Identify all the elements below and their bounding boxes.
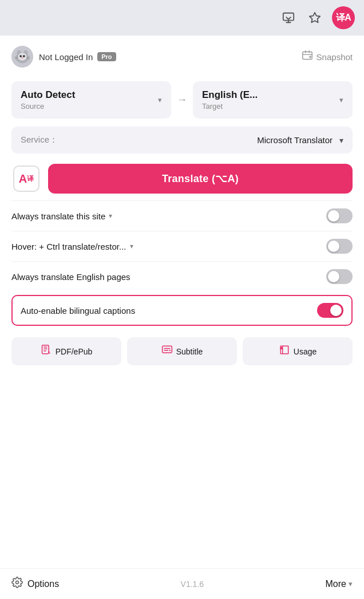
bilingual-captions-toggle[interactable] (317, 303, 343, 318)
toggle-thumb-3 (328, 271, 339, 282)
source-language-name: Auto Detect (21, 89, 75, 101)
svg-point-9 (23, 55, 25, 57)
service-name: Microsoft Translator (257, 135, 333, 145)
bilingual-captions-row: Auto-enable bilingual captions (11, 295, 353, 326)
pdf-epub-icon: A (41, 344, 52, 358)
subtitle-icon (161, 344, 173, 358)
translate-row: A译 Translate (⌥A) (0, 159, 364, 200)
toggle-section: Always translate this site ▾ Hover: + Ct… (0, 200, 364, 291)
toggle-thumb-1 (328, 210, 339, 222)
subtitle-label: Subtitle (176, 347, 203, 356)
svg-point-7 (18, 53, 26, 60)
pdf-epub-label: PDF/ePub (56, 347, 93, 356)
target-language-name: English (E... (202, 89, 258, 101)
user-text: Not Logged In Pro (39, 52, 116, 62)
svg-text:A: A (48, 350, 50, 354)
target-chevron-icon: ▾ (339, 96, 343, 104)
options-button[interactable]: Options (11, 577, 59, 591)
language-selector-row: Auto Detect Source ▾ → English (E... Tar… (0, 76, 364, 124)
svg-rect-17 (302, 52, 311, 59)
not-logged-in-label: Not Logged In (39, 52, 93, 62)
svg-rect-31 (280, 347, 282, 349)
hover-translate-chevron-icon: ▾ (130, 242, 133, 250)
more-chevron-icon: ▾ (349, 580, 353, 588)
hover-translate-label: Hover: + Ctrl translate/restor... ▾ (11, 242, 133, 251)
translate-icon-box: A译 (13, 165, 39, 192)
pdf-epub-inner: A PDF/ePub (41, 344, 93, 358)
pdf-epub-button[interactable]: A PDF/ePub (11, 337, 121, 365)
service-label: Service： (21, 135, 58, 145)
toggle-track-3[interactable] (326, 269, 353, 284)
source-chevron-icon: ▾ (158, 96, 162, 104)
source-language-button[interactable]: Auto Detect Source ▾ (11, 81, 171, 119)
version-label: V1.1.6 (181, 580, 204, 589)
arrow-right-icon: → (177, 94, 187, 106)
usage-inner: Usage (279, 344, 316, 358)
svg-point-8 (19, 55, 22, 57)
snapshot-label: Snapshot (316, 52, 353, 62)
footer: Options V1.1.6 More ▾ (0, 568, 364, 599)
svg-point-32 (16, 581, 19, 584)
toggle-track-2[interactable] (326, 239, 353, 254)
usage-label: Usage (294, 347, 316, 356)
translate-icon-button[interactable]: A译 (11, 164, 41, 194)
always-translate-chevron-icon: ▾ (109, 212, 112, 220)
user-info: Not Logged In Pro (11, 46, 116, 68)
subtitle-inner: Subtitle (161, 344, 203, 358)
popup-header: Not Logged In Pro Snapshot (0, 36, 364, 76)
svg-marker-2 (310, 13, 320, 22)
bilingual-captions-label: Auto-enable bilingual captions (21, 306, 135, 316)
svg-rect-25 (162, 346, 172, 353)
hover-translate-toggle[interactable] (326, 239, 353, 254)
always-translate-site-label: Always translate this site ▾ (11, 211, 112, 221)
usage-icon (279, 344, 290, 358)
browser-toolbar: 译A (0, 0, 364, 36)
target-language-type: Target (202, 102, 258, 111)
gear-icon (11, 577, 23, 591)
hover-translate-row: Hover: + Ctrl translate/restor... ▾ (11, 231, 353, 261)
always-english-toggle[interactable] (326, 269, 353, 284)
toggle-track-4[interactable] (317, 303, 343, 318)
always-english-label: Always translate English pages (11, 272, 130, 282)
star-icon[interactable] (306, 9, 324, 27)
target-language-button[interactable]: English (E... Target ▾ (193, 81, 353, 119)
pro-badge: Pro (97, 52, 116, 61)
translate-main-button[interactable]: Translate (⌥A) (48, 164, 353, 194)
usage-button[interactable]: Usage (243, 337, 353, 365)
toggle-thumb-2 (328, 241, 339, 252)
toggle-track-1[interactable] (326, 208, 353, 223)
avatar (11, 46, 33, 68)
toggle-thumb-4 (330, 305, 342, 316)
options-label: Options (27, 579, 59, 589)
more-label: More (326, 579, 346, 589)
always-english-row: Always translate English pages (11, 261, 353, 291)
svg-marker-28 (169, 350, 171, 352)
service-chevron-icon: ▾ (339, 136, 343, 145)
always-translate-site-row: Always translate this site ▾ (11, 200, 353, 231)
snapshot-icon (302, 50, 313, 64)
shortcut-row: A PDF/ePub Subtitle (0, 332, 364, 372)
service-selector[interactable]: Service： Microsoft Translator ▾ (11, 127, 353, 153)
subtitle-button[interactable]: Subtitle (127, 337, 237, 365)
snapshot-button[interactable]: Snapshot (302, 50, 353, 64)
popup-container: Not Logged In Pro Snapshot (0, 36, 364, 599)
source-language-type: Source (21, 102, 75, 111)
service-right: Microsoft Translator ▾ (257, 135, 343, 145)
always-translate-site-toggle[interactable] (326, 208, 353, 223)
translator-extension-icon[interactable]: 译A (332, 6, 355, 29)
download-icon[interactable] (279, 9, 298, 27)
svg-point-10 (21, 57, 23, 58)
more-button[interactable]: More ▾ (326, 579, 353, 589)
